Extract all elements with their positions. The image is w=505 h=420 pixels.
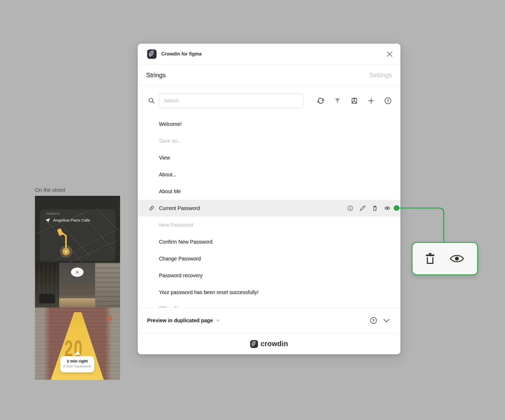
string-delete-button[interactable] [372, 205, 378, 211]
close-icon [387, 51, 393, 57]
direction-arrow [75, 351, 80, 355]
parked-car [39, 294, 55, 303]
eye-icon [384, 205, 390, 211]
image-upload-icon [351, 97, 358, 104]
link-icon [149, 205, 154, 211]
building-lights [59, 298, 95, 308]
list-item[interactable]: Save as... [138, 132, 400, 149]
tab-strings[interactable]: Strings [146, 71, 166, 79]
question-circle-icon: ? [370, 317, 377, 324]
info-icon [347, 205, 353, 211]
frame-title[interactable]: On the street [35, 187, 65, 193]
tooltip-preview-button[interactable] [450, 254, 464, 264]
address-label: Address [46, 212, 60, 216]
svg-text:?: ? [372, 319, 375, 323]
tab-settings[interactable]: Settings [369, 71, 392, 79]
plugin-footer: crowdin [138, 334, 400, 354]
plus-icon [368, 97, 375, 104]
street-photo: 20 2 min right 6 Rue Tiquetonne [35, 263, 120, 380]
plugin-title: Crowdin for figma [161, 51, 202, 57]
navigation-arrow-icon [45, 218, 50, 223]
plugin-tabs: Strings Settings [138, 65, 400, 86]
string-preview-button[interactable] [384, 205, 390, 211]
preview-help-button[interactable]: ? [370, 317, 377, 324]
search-input[interactable] [159, 93, 303, 108]
actions-tooltip [412, 242, 478, 275]
preview-bar: Preview in duplicated page ? [138, 308, 400, 333]
chevron-down-icon [216, 319, 220, 322]
add-string-button[interactable] [368, 97, 375, 104]
list-item-clipped [138, 301, 400, 308]
list-item[interactable]: About... [138, 166, 400, 183]
strings-toolbar: ? [138, 86, 400, 116]
preview-dropdown-button[interactable] [216, 319, 220, 322]
direction-secondary: 6 Rue Tiquetonne [60, 364, 94, 368]
list-item-selected[interactable]: Current Password [138, 200, 400, 217]
row-actions [347, 200, 390, 217]
collapse-panel-button[interactable] [383, 317, 390, 324]
export-image-button[interactable] [351, 97, 358, 104]
list-item[interactable]: Welcome! [138, 116, 400, 132]
address-value: Angelina Paris Cafe [53, 218, 90, 223]
search-icon [148, 98, 155, 104]
preview-label[interactable]: Preview in duplicated page [147, 317, 213, 324]
filter-icon [334, 98, 341, 104]
crowdin-plugin-window: Crowdin for figma Strings Settings [138, 44, 400, 354]
help-button[interactable]: ? [384, 97, 391, 104]
chevron-down-icon [383, 319, 390, 322]
string-info-button[interactable] [347, 205, 353, 211]
traffic-cone [109, 315, 113, 321]
list-item[interactable]: Change Password [138, 250, 400, 267]
tooltip-delete-button[interactable] [425, 253, 435, 264]
plugin-header: Crowdin for figma [138, 44, 400, 65]
crowdin-logo-icon [147, 49, 157, 59]
address-card [40, 209, 115, 261]
list-item[interactable]: New Password [138, 217, 400, 233]
eye-icon [450, 254, 464, 264]
strings-list: Welcome! Save as... View About... About … [138, 116, 400, 308]
sync-button[interactable] [317, 97, 324, 104]
direction-primary: 2 min right [60, 359, 94, 363]
question-circle-icon: ? [384, 97, 391, 104]
ar-close-button [71, 268, 84, 277]
trash-icon [425, 253, 435, 264]
trash-icon [372, 205, 378, 211]
close-icon [75, 270, 79, 274]
list-item[interactable]: Your password has been reset successfull… [138, 284, 400, 301]
list-item[interactable]: Confirm New Password [138, 233, 400, 250]
filter-button[interactable] [334, 97, 341, 104]
list-item[interactable]: Password recovery [138, 267, 400, 284]
list-item[interactable]: View [138, 149, 400, 166]
list-item[interactable]: About Me [138, 183, 400, 200]
crowdin-wordmark: crowdin [261, 340, 288, 348]
svg-text:?: ? [387, 99, 389, 103]
crowdin-logo-icon [250, 340, 258, 348]
sync-icon [317, 97, 324, 104]
direction-card: 2 min right 6 Rue Tiquetonne [60, 356, 94, 372]
minimap-overlay: Address Angelina Paris Cafe [35, 196, 120, 263]
pencil-icon [360, 205, 365, 211]
street-ar-frame[interactable]: Address Angelina Paris Cafe 20 2 min rig… [35, 196, 120, 380]
string-edit-button[interactable] [360, 205, 365, 211]
close-plugin-button[interactable] [386, 50, 394, 58]
